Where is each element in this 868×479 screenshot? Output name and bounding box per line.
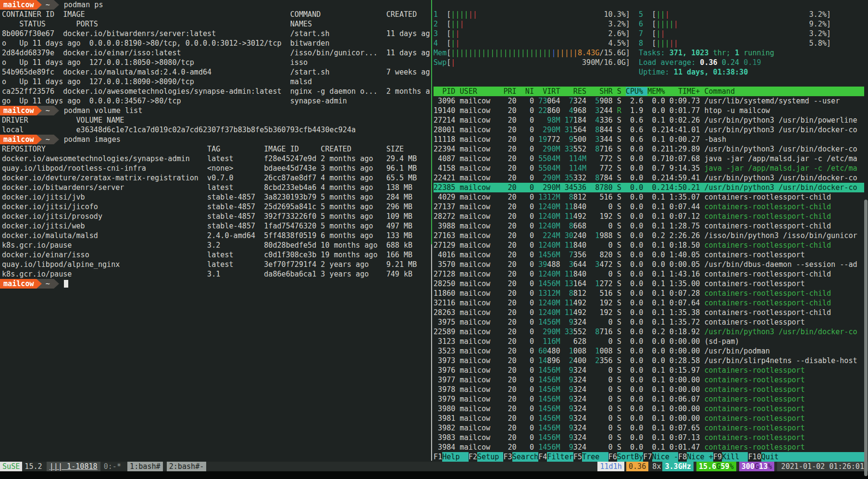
process-row[interactable]: 27214 mailcow 20 0 98M 17184 4336 S 0.6 … — [434, 115, 864, 125]
pad — [560, 164, 569, 173]
cpu-percent: 3.2% — [809, 29, 826, 38]
fkey-filter[interactable]: F4Filter — [538, 452, 573, 462]
mem-value: 290M — [543, 174, 560, 182]
fkey-sortby[interactable]: F6SortBy — [608, 452, 644, 462]
fkey-search[interactable]: F3Search — [503, 452, 538, 462]
process-row[interactable]: 3981 mailcow 20 0 1456M 9324 0 S 0.0 0.1… — [434, 414, 864, 423]
terminal-output-line: k8s.gcr.io/pause 3.1 da86e6ba6ca1 3 year… — [2, 269, 431, 279]
htop-pane[interactable]: 1 [||||||10.3%]5 [|||3.2%]2 [|||3.2%]6 [… — [434, 0, 864, 462]
shell-pane[interactable]: mailcow~podman psCONTAINER ID IMAGE COMM… — [0, 0, 431, 462]
process-time: 0:00.27 — [665, 135, 705, 144]
process-row[interactable]: 28250 mailcow 20 0 1456M 13164 1272 S 0.… — [434, 279, 864, 289]
terminal-output-line: o Up 11 days ago 127.0.0.1:8090->8090/tc… — [2, 77, 431, 87]
mem-value-prefix: 60 — [538, 347, 547, 355]
mem-value-suffix: 564 — [573, 126, 586, 134]
process-cpu-percent: 1.9 — [621, 106, 643, 115]
gap — [613, 308, 617, 317]
mem-value: 1240M — [538, 222, 560, 230]
fkey-nice-[interactable]: F8Nice + — [678, 452, 713, 462]
process-row[interactable]: 19140 mailcow 20 0 22860 4968 3244 R 1.9… — [434, 106, 864, 115]
process-row[interactable]: 32116 mailcow 20 0 1240M 11492 192 S 0.0… — [434, 298, 864, 308]
process-row[interactable]: 3973 mailcow 20 0 14896 2400 2356 S 0.0 … — [434, 356, 864, 366]
pad — [586, 366, 608, 375]
process-state: R — [617, 106, 621, 115]
process-row[interactable]: 3982 mailcow 20 0 1456M 9324 0 S 0.0 0.1… — [434, 423, 864, 433]
process-row[interactable]: 28263 mailcow 20 0 1240M 11492 192 S 0.0… — [434, 308, 864, 317]
memory-meter-label: Mem — [434, 48, 446, 58]
status-segment-left-4[interactable]: 1:bash# — [127, 462, 163, 471]
gap — [613, 404, 617, 413]
pad — [560, 231, 565, 240]
fkey-quit[interactable]: F10Quit — [748, 452, 787, 462]
process-row[interactable]: 27137 mailcow 20 0 1240M 11840 0 S 0.0 0… — [434, 202, 864, 212]
process-row[interactable]: 3123 mailcow 20 0 116M 628 0 S 0.0 0.0 0… — [434, 337, 864, 346]
fkey-kill[interactable]: F9Kill — [713, 452, 748, 462]
process-row[interactable]: 3984 mailcow 20 0 1456M 9324 0 S 0.0 0.1… — [434, 442, 864, 452]
process-row[interactable]: 3980 mailcow 20 0 1456M 9324 0 S 0.0 0.1… — [434, 404, 864, 414]
process-row[interactable]: 27129 mailcow 20 0 1240M 11840 0 S 0.0 0… — [434, 240, 864, 250]
process-command: containers-rootlessport-child — [705, 270, 831, 278]
process-mem-percent: 0.1 — [643, 376, 665, 384]
process-row[interactable]: 28272 mailcow 20 0 1240M 11492 192 S 0.0… — [434, 212, 864, 221]
process-row[interactable]: 11860 mailcow 20 0 1312M 8812 516 S 0.0 … — [434, 289, 864, 298]
segment-part: 15.6 — [699, 462, 716, 471]
process-row[interactable]: 4087 mailcow 20 0 5504M 114M 772 S 0.0 0… — [434, 154, 864, 164]
status-segment-right-3: 3.3GHz — [662, 462, 694, 471]
process-row[interactable]: 27128 mailcow 20 0 1240M 11840 0 S 0.0 0… — [434, 269, 864, 279]
fkey-nice-[interactable]: F7Nice - — [643, 452, 678, 462]
process-row[interactable]: 3978 mailcow 20 0 1456M 9324 0 S 0.0 0.1… — [434, 385, 864, 394]
process-row[interactable]: 4016 mailcow 20 0 1456M 7356 820 S 0.0 0… — [434, 250, 864, 260]
process-row[interactable]: 4029 mailcow 20 0 1312M 8812 516 S 0.0 0… — [434, 192, 864, 202]
pad — [560, 135, 569, 144]
process-mem-percent: 0.1 — [643, 299, 665, 307]
process-cpu-percent: 0.0 — [621, 174, 643, 182]
meter-bars: |||| — [656, 19, 673, 29]
process-command: /usr/bin/dbus-daemon --session --ad — [705, 260, 857, 269]
status-segment-left-5[interactable]: 2:bash#- — [167, 462, 207, 471]
process-row[interactable]: 3979 mailcow 20 0 1456M 9324 0 S 0.0 0.1… — [434, 394, 864, 404]
process-row[interactable]: 3570 mailcow 20 0 39488 3644 3472 S 0.0 … — [434, 260, 864, 269]
process-state: S — [617, 164, 621, 173]
scrollbar-thumb[interactable] — [864, 200, 868, 476]
process-pid: 27137 — [434, 202, 460, 211]
fkey-label: Help — [442, 452, 469, 462]
process-state: S — [617, 328, 621, 336]
process-row[interactable]: 27163 mailcow 20 0 224M 30240 1988 S 0.0… — [434, 231, 864, 240]
process-row[interactable]: 3096 mailcow 20 0 73064 7324 5908 S 2.6 … — [434, 96, 864, 106]
text-cursor[interactable] — [64, 280, 68, 288]
pad — [534, 356, 538, 365]
process-row[interactable]: 3977 mailcow 20 0 1456M 9324 0 S 0.0 0.1… — [434, 375, 864, 385]
process-row[interactable]: 22394 mailcow 20 0 290M 33552 8716 S 0.0… — [434, 144, 864, 154]
process-row[interactable]: 22589 mailcow 20 0 290M 33552 8716 S 0.0… — [434, 327, 864, 337]
tasks-label: Tasks: — [639, 49, 670, 57]
process-state: S — [617, 289, 621, 298]
process-command: java -jar /app/malsd.jar -c /etc/ma — [705, 164, 857, 173]
process-row[interactable]: 28001 mailcow 20 0 290M 31564 8844 S 0.6… — [434, 125, 864, 135]
process-row[interactable]: 3983 mailcow 20 0 1456M 9324 0 S 0.0 0.1… — [434, 433, 864, 442]
process-row[interactable]: 3523 mailcow 20 0 60480 1008 1008 S 0.0 … — [434, 346, 864, 356]
process-nice: 0 — [517, 251, 534, 259]
process-row[interactable]: 3976 mailcow 20 0 1456M 9324 0 S 0.0 0.1… — [434, 366, 864, 375]
process-row[interactable]: 22385 mailcow 20 0 290M 34536 8780 S 0.0… — [434, 183, 864, 192]
fkey-tree[interactable]: F5Tree — [573, 452, 608, 462]
process-cpu-percent: 0.6 — [621, 126, 643, 134]
process-row[interactable]: 22421 mailcow 20 0 290M 35332 8784 S 0.0… — [434, 173, 864, 183]
terminal-output-line: docker.io/einar/isso latest c0d1f308ce3b… — [2, 250, 431, 260]
process-row[interactable]: 3975 mailcow 20 0 1456M 9324 0 S 0.0 0.1… — [434, 317, 864, 327]
process-priority: 20 — [503, 222, 516, 230]
load-5min: 0.24 — [722, 58, 744, 67]
process-user: mailcow — [460, 231, 504, 240]
fkey-setup[interactable]: F2Setup — [469, 452, 504, 462]
process-time: 0:07.12 — [665, 212, 705, 221]
cpu-meter-2: 2 [|||3.2%] — [434, 19, 630, 29]
meter-bracket: [ — [446, 19, 451, 29]
process-row[interactable]: 3988 mailcow 20 0 1240M 8668 0 S 0.0 0.1… — [434, 221, 864, 231]
process-mem-percent: 0.1 — [643, 202, 665, 211]
fkey-help[interactable]: F1Help — [434, 452, 469, 462]
process-time: 1:28.75 — [665, 222, 705, 230]
process-row[interactable]: 4158 mailcow 20 0 5504M 114M 772 S 0.0 0… — [434, 164, 864, 173]
process-row[interactable]: 11118 mailcow 20 0 19772 9500 3344 S 0.6… — [434, 135, 864, 144]
pad — [534, 318, 538, 327]
process-priority: 20 — [503, 241, 516, 250]
process-cpu-percent: 0.0 — [621, 337, 643, 346]
